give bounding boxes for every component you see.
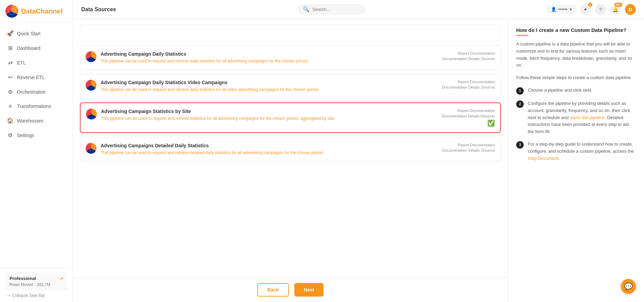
pipeline-meta-2: Report Documentation Documentation Detai… [442, 109, 495, 127]
pipeline-card-ad-campaign-daily[interactable]: Advertising Campaign Daily Statistics Th… [80, 45, 501, 70]
pipeline-content-0: Advertising Campaign Daily Statistics Th… [101, 51, 438, 64]
step-text-1: Choose a pipeline and click next. [528, 87, 592, 95]
pipeline-icon-1 [86, 80, 97, 91]
search-icon: 🔍 [303, 6, 310, 13]
back-button[interactable]: Back [257, 283, 289, 297]
search-input[interactable] [312, 7, 360, 12]
sidebar-item-warehouses[interactable]: 🏠 Warehouses [0, 113, 73, 128]
sidebar-item-reverse-etl[interactable]: ↩ Reverse ETL [0, 70, 73, 84]
sidebar-item-settings[interactable]: ⚙ Settings [0, 128, 73, 143]
step-text-2: Configure the pipeline by providing deta… [528, 100, 636, 135]
header: Data Sources 🔍 👤 •••••• ▾ ✦ 1 ? 🔔 99+ D [73, 0, 644, 19]
name-link[interactable]: name the pipeline [570, 115, 605, 120]
reverse-etl-icon: ↩ [7, 74, 14, 80]
nav-label-settings: Settings [17, 133, 34, 138]
warehouses-icon: 🏠 [7, 117, 14, 124]
sidebar-item-orchestration[interactable]: ⚙ Orchestration [0, 84, 73, 99]
nav-label-warehouses: Warehouses [17, 118, 43, 124]
report-doc-link-2[interactable]: Report Documentation [457, 109, 495, 113]
user-avatar-small: 👤 [551, 7, 556, 12]
pipeline-panel: Advertising Campaign Daily Statistics Th… [73, 19, 508, 302]
nav-label-transformations: Transformations [17, 103, 51, 109]
info-step-1: 1 Choose a pipeline and click next. [516, 87, 636, 95]
pipeline-desc-3: This pipeline can be used to request and… [101, 150, 438, 156]
nav-label-orchestration: Orchestration [17, 89, 46, 95]
step-text-3: For a step-by-step guide to understand h… [528, 141, 636, 162]
search-bar[interactable]: 🔍 [297, 4, 365, 15]
report-doc-link-3[interactable]: Report Documentation [458, 143, 495, 147]
pipeline-icon-0 [86, 51, 97, 62]
pipeline-scroll: Advertising Campaign Daily Statistics Th… [73, 19, 508, 277]
pipeline-content-2: Advertising Campaign Statistics by Site … [101, 109, 438, 127]
info-follow-label: Follow these simple steps to create a cu… [516, 74, 636, 81]
pipeline-icon-3 [86, 143, 97, 154]
page-title: Data Sources [81, 6, 116, 13]
pipeline-footer: Back Next [73, 277, 508, 302]
pipeline-card-ad-campaign-by-site[interactable]: Advertising Campaign Statistics by Site … [80, 102, 501, 133]
main-area: Data Sources 🔍 👤 •••••• ▾ ✦ 1 ? 🔔 99+ D [73, 0, 644, 302]
orchestration-icon: ⚙ [7, 89, 14, 95]
spark-button[interactable]: ✦ 1 [580, 4, 591, 15]
settings-icon: ⚙ [7, 132, 14, 138]
doc-details-link-3[interactable]: Documentation Details (Source) [442, 148, 495, 152]
pipeline-title-0: Advertising Campaign Daily Statistics [101, 51, 438, 57]
info-accent-bar [516, 35, 528, 36]
info-steps: 1 Choose a pipeline and click next. 2 Co… [516, 87, 636, 162]
etl-icon: ⇄ [7, 59, 14, 66]
selected-check-icon: ✅ [487, 119, 495, 127]
pipeline-card-ad-campaigns-detailed[interactable]: Advertising Campaigns Detailed Daily Sta… [80, 137, 501, 162]
chat-icon: 💬 [624, 282, 633, 290]
next-button[interactable]: Next [294, 283, 324, 297]
pipeline-desc-0: This pipeline can be used to request and… [101, 58, 438, 64]
help-doc-link[interactable]: Help Document [528, 156, 558, 161]
sidebar: DataChannel 🚀 Quick Start ⊞ Dashboard ⇄ … [0, 0, 73, 302]
info-step-3: 3 For a step-by-step guide to understand… [516, 141, 636, 162]
collapse-label: Collapse Side Bar [12, 293, 45, 298]
dashboard-icon: ⊞ [7, 45, 14, 51]
partial-card [80, 24, 501, 41]
pipeline-meta-3: Report Documentation Documentation Detai… [442, 143, 495, 156]
logo-icon [5, 5, 18, 18]
plan-title: Professional ↗ [10, 276, 63, 281]
pipeline-content-1: Advertising Campaign Daily Statistics Vi… [101, 80, 438, 93]
user-avatar[interactable]: D [625, 4, 636, 15]
nav-label-reverse-etl: Reverse ETL [17, 75, 45, 80]
user-dropdown[interactable]: 👤 •••••• ▾ [547, 5, 576, 14]
notif-badge: 99+ [614, 3, 622, 7]
external-link-icon[interactable]: ↗ [60, 276, 63, 281]
transformations-icon: ≡ [7, 103, 14, 109]
info-intro: A custom pipeline is a data pipeline tha… [516, 41, 636, 69]
info-step-2: 2 Configure the pipeline by providing de… [516, 100, 636, 135]
sidebar-nav: 🚀 Quick Start ⊞ Dashboard ⇄ ETL ↩ Revers… [0, 23, 73, 268]
sidebar-item-dashboard[interactable]: ⊞ Dashboard [0, 41, 73, 55]
pipeline-card-ad-campaign-video[interactable]: Advertising Campaign Daily Statistics Vi… [80, 74, 501, 98]
report-doc-link-0[interactable]: Report Documentation [458, 51, 495, 55]
collapse-icon: ⊣ [7, 293, 10, 298]
nav-label-dashboard: Dashboard [17, 45, 40, 51]
doc-details-link-0[interactable]: Documentation Details (Source) [442, 57, 495, 61]
sidebar-item-quick-start[interactable]: 🚀 Quick Start [0, 26, 73, 41]
sidebar-bottom: Professional ↗ Rows Moved - 283.7M ⊣ Col… [0, 268, 73, 302]
plan-rows: Rows Moved - 283.7M [10, 282, 63, 287]
info-title: How do I create a new Custom Data Pipeli… [516, 27, 636, 33]
plan-label: Professional [10, 276, 36, 281]
header-right: 👤 •••••• ▾ ✦ 1 ? 🔔 99+ D [547, 4, 636, 15]
sidebar-item-etl[interactable]: ⇄ ETL [0, 55, 73, 70]
sidebar-item-transformations[interactable]: ≡ Transformations [0, 99, 73, 113]
doc-details-link-1[interactable]: Documentation Details (Source) [442, 85, 495, 89]
chat-button[interactable]: 💬 [621, 279, 636, 294]
pipeline-title-2: Advertising Campaign Statistics by Site [101, 109, 438, 114]
user-name: •••••• [558, 7, 568, 12]
collapse-sidebar-button[interactable]: ⊣ Collapse Side Bar [5, 290, 67, 298]
dropdown-chevron-icon: ▾ [570, 7, 572, 12]
doc-details-link-2[interactable]: Documentation Details (Source) [442, 114, 495, 118]
report-doc-link-1[interactable]: Report Documentation [458, 80, 495, 84]
step-num-3: 3 [516, 141, 524, 149]
content-area: Advertising Campaign Daily Statistics Th… [73, 19, 644, 302]
plan-box: Professional ↗ Rows Moved - 283.7M [5, 272, 67, 290]
notifications-button[interactable]: 🔔 99+ [610, 4, 621, 15]
rocket-icon: 🚀 [7, 30, 14, 37]
pipeline-meta-1: Report Documentation Documentation Detai… [442, 80, 495, 93]
help-button[interactable]: ? [595, 4, 606, 15]
pipeline-desc-2: This pipeline can be used to request and… [101, 115, 438, 121]
